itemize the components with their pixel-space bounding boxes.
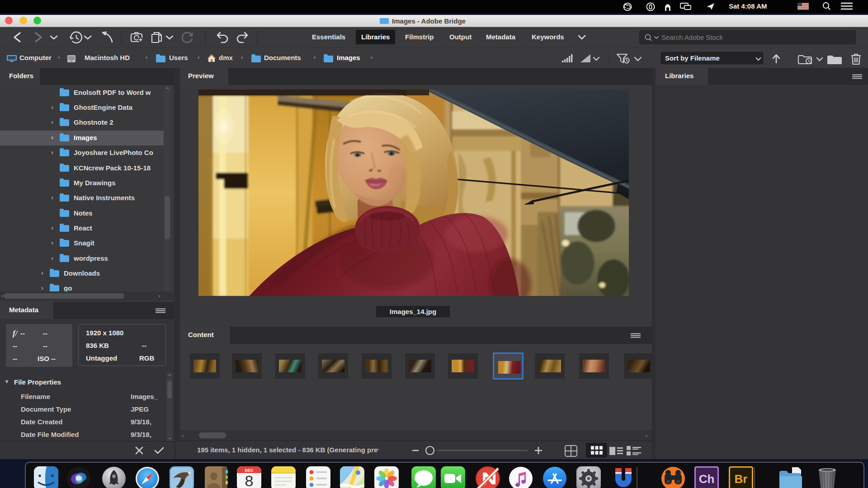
svg-text:Ch: Ch xyxy=(699,472,715,486)
svg-text:Br: Br xyxy=(735,472,748,486)
svg-text:8: 8 xyxy=(245,472,254,488)
